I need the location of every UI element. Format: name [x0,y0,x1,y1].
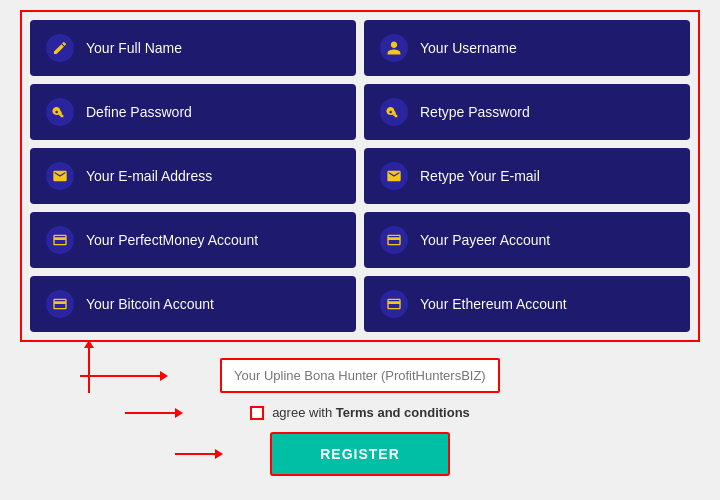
email-icon-1 [46,162,74,190]
register-row: REGISTER [20,432,700,476]
upline-row [20,358,700,393]
ethereum-label: Your Ethereum Account [420,296,567,312]
terms-arrow [125,408,183,418]
payeer-label: Your Payeer Account [420,232,550,248]
terms-checkbox[interactable] [250,406,264,420]
perfectmoney-label: Your PerfectMoney Account [86,232,258,248]
email-icon-2 [380,162,408,190]
field-bitcoin[interactable]: Your Bitcoin Account [30,276,356,332]
vertical-arrow [84,340,94,393]
card-icon-3 [46,290,74,318]
field-email[interactable]: Your E-mail Address [30,148,356,204]
key-icon-1 [46,98,74,126]
field-payeer[interactable]: Your Payeer Account [364,212,690,268]
email-label: Your E-mail Address [86,168,212,184]
terms-checkbox-area[interactable]: agree with Terms and conditions [250,405,470,420]
retype-email-label: Retype Your E-mail [420,168,540,184]
field-retype-email[interactable]: Retype Your E-mail [364,148,690,204]
card-icon-1 [46,226,74,254]
full-name-label: Your Full Name [86,40,182,56]
field-ethereum[interactable]: Your Ethereum Account [364,276,690,332]
username-label: Your Username [420,40,517,56]
define-password-label: Define Password [86,104,192,120]
field-perfectmoney[interactable]: Your PerfectMoney Account [30,212,356,268]
user-icon [380,34,408,62]
terms-link[interactable]: Terms and conditions [336,405,470,420]
card-icon-4 [380,290,408,318]
retype-password-label: Retype Password [420,104,530,120]
field-full-name[interactable]: Your Full Name [30,20,356,76]
bottom-section: agree with Terms and conditions REGISTER [20,358,700,476]
upline-input[interactable] [220,358,500,393]
field-username[interactable]: Your Username [364,20,690,76]
register-arrow [175,449,223,459]
register-button[interactable]: REGISTER [270,432,450,476]
form-grid: Your Full Name Your Username Define Pass… [20,10,700,342]
bitcoin-label: Your Bitcoin Account [86,296,214,312]
field-define-password[interactable]: Define Password [30,84,356,140]
page-wrapper: Your Full Name Your Username Define Pass… [0,0,720,500]
card-icon-2 [380,226,408,254]
edit-icon [46,34,74,62]
terms-row: agree with Terms and conditions [20,405,700,420]
terms-text: agree with Terms and conditions [272,405,470,420]
key-icon-2 [380,98,408,126]
field-retype-password[interactable]: Retype Password [364,84,690,140]
